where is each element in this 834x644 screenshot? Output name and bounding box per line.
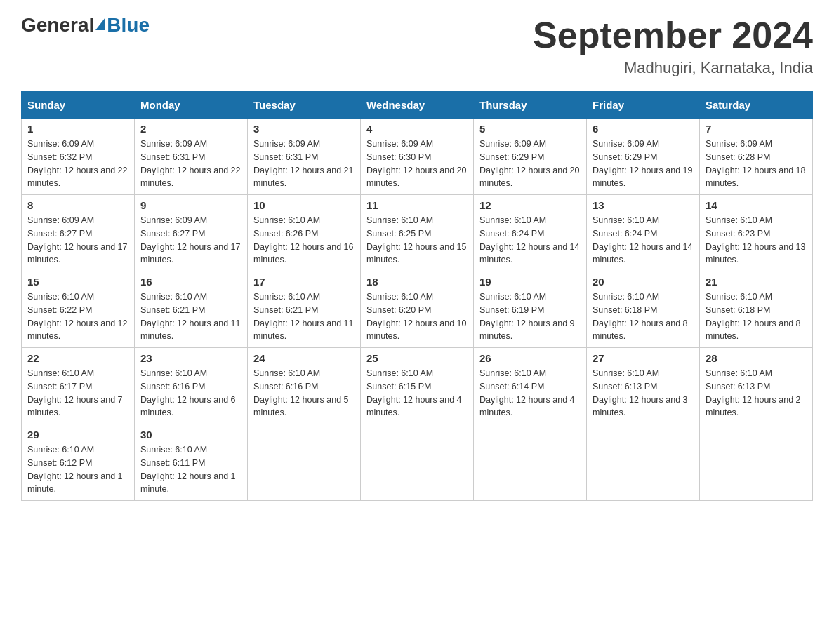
day-number: 9 [140, 199, 241, 211]
calendar-cell: 23Sunrise: 6:10 AMSunset: 6:16 PMDayligh… [135, 348, 248, 424]
calendar-cell: 1Sunrise: 6:09 AMSunset: 6:32 PMDaylight… [22, 119, 135, 195]
day-info: Sunrise: 6:10 AMSunset: 6:13 PMDaylight:… [706, 367, 807, 420]
calendar-cell: 19Sunrise: 6:10 AMSunset: 6:19 PMDayligh… [474, 271, 587, 348]
day-info: Sunrise: 6:09 AMSunset: 6:31 PMDaylight:… [253, 137, 355, 190]
day-info: Sunrise: 6:10 AMSunset: 6:21 PMDaylight:… [140, 290, 241, 343]
day-info: Sunrise: 6:10 AMSunset: 6:20 PMDaylight:… [366, 290, 468, 343]
calendar-cell [248, 424, 361, 501]
calendar-cell: 20Sunrise: 6:10 AMSunset: 6:18 PMDayligh… [587, 271, 700, 348]
day-number: 1 [27, 123, 128, 135]
calendar-cell: 15Sunrise: 6:10 AMSunset: 6:22 PMDayligh… [22, 271, 135, 348]
calendar-cell: 16Sunrise: 6:10 AMSunset: 6:21 PMDayligh… [135, 271, 248, 348]
calendar-subtitle: Madhugiri, Karnataka, India [533, 59, 813, 77]
calendar-cell: 8Sunrise: 6:09 AMSunset: 6:27 PMDaylight… [22, 195, 135, 271]
calendar-cell: 21Sunrise: 6:10 AMSunset: 6:18 PMDayligh… [700, 271, 813, 348]
day-info: Sunrise: 6:10 AMSunset: 6:15 PMDaylight:… [366, 367, 468, 420]
logo-triangle-icon [95, 18, 105, 30]
week-row-3: 15Sunrise: 6:10 AMSunset: 6:22 PMDayligh… [22, 271, 813, 348]
day-info: Sunrise: 6:09 AMSunset: 6:29 PMDaylight:… [593, 137, 694, 190]
calendar-cell: 9Sunrise: 6:09 AMSunset: 6:27 PMDaylight… [135, 195, 248, 271]
day-info: Sunrise: 6:10 AMSunset: 6:18 PMDaylight:… [593, 290, 694, 343]
calendar-cell: 24Sunrise: 6:10 AMSunset: 6:16 PMDayligh… [248, 348, 361, 424]
week-row-4: 22Sunrise: 6:10 AMSunset: 6:17 PMDayligh… [22, 348, 813, 424]
day-number: 10 [253, 199, 355, 211]
header-friday: Friday [587, 92, 700, 119]
day-info: Sunrise: 6:10 AMSunset: 6:22 PMDaylight:… [27, 290, 128, 343]
day-number: 8 [27, 199, 128, 211]
calendar-cell [361, 424, 474, 501]
header-tuesday: Tuesday [248, 92, 361, 119]
day-number: 3 [253, 123, 355, 135]
day-info: Sunrise: 6:10 AMSunset: 6:16 PMDaylight:… [253, 367, 355, 420]
day-number: 14 [706, 199, 807, 211]
day-number: 5 [479, 123, 581, 135]
calendar-cell: 4Sunrise: 6:09 AMSunset: 6:30 PMDaylight… [361, 119, 474, 195]
day-info: Sunrise: 6:10 AMSunset: 6:17 PMDaylight:… [27, 367, 128, 420]
title-area: September 2024 Madhugiri, Karnataka, Ind… [533, 14, 813, 77]
calendar-cell: 27Sunrise: 6:10 AMSunset: 6:13 PMDayligh… [587, 348, 700, 424]
day-info: Sunrise: 6:10 AMSunset: 6:12 PMDaylight:… [27, 443, 128, 496]
day-info: Sunrise: 6:09 AMSunset: 6:32 PMDaylight:… [27, 137, 128, 190]
day-info: Sunrise: 6:10 AMSunset: 6:26 PMDaylight:… [253, 214, 355, 267]
calendar-cell [700, 424, 813, 501]
calendar-cell: 2Sunrise: 6:09 AMSunset: 6:31 PMDaylight… [135, 119, 248, 195]
calendar-header-row: SundayMondayTuesdayWednesdayThursdayFrid… [22, 92, 813, 119]
day-info: Sunrise: 6:10 AMSunset: 6:25 PMDaylight:… [366, 214, 468, 267]
calendar-cell: 25Sunrise: 6:10 AMSunset: 6:15 PMDayligh… [361, 348, 474, 424]
day-number: 20 [593, 276, 694, 288]
day-number: 12 [479, 199, 581, 211]
day-number: 11 [366, 199, 468, 211]
calendar-cell: 12Sunrise: 6:10 AMSunset: 6:24 PMDayligh… [474, 195, 587, 271]
logo-blue-text: Blue [107, 14, 150, 36]
day-info: Sunrise: 6:10 AMSunset: 6:19 PMDaylight:… [479, 290, 581, 343]
day-info: Sunrise: 6:10 AMSunset: 6:24 PMDaylight:… [479, 214, 581, 267]
week-row-2: 8Sunrise: 6:09 AMSunset: 6:27 PMDaylight… [22, 195, 813, 271]
day-number: 23 [140, 352, 241, 364]
day-number: 16 [140, 276, 241, 288]
calendar-cell: 7Sunrise: 6:09 AMSunset: 6:28 PMDaylight… [700, 119, 813, 195]
calendar-title: September 2024 [533, 14, 813, 56]
logo-area: General Blue [21, 14, 150, 36]
calendar-cell: 14Sunrise: 6:10 AMSunset: 6:23 PMDayligh… [700, 195, 813, 271]
logo: General Blue [21, 14, 150, 36]
week-row-1: 1Sunrise: 6:09 AMSunset: 6:32 PMDaylight… [22, 119, 813, 195]
day-number: 15 [27, 276, 128, 288]
calendar-cell: 22Sunrise: 6:10 AMSunset: 6:17 PMDayligh… [22, 348, 135, 424]
calendar-cell: 26Sunrise: 6:10 AMSunset: 6:14 PMDayligh… [474, 348, 587, 424]
day-number: 25 [366, 352, 468, 364]
day-number: 29 [27, 429, 128, 441]
day-number: 26 [479, 352, 581, 364]
day-info: Sunrise: 6:09 AMSunset: 6:27 PMDaylight:… [140, 214, 241, 267]
day-info: Sunrise: 6:09 AMSunset: 6:31 PMDaylight:… [140, 137, 241, 190]
day-number: 27 [593, 352, 694, 364]
day-number: 21 [706, 276, 807, 288]
calendar-cell: 28Sunrise: 6:10 AMSunset: 6:13 PMDayligh… [700, 348, 813, 424]
day-number: 7 [706, 123, 807, 135]
day-number: 30 [140, 429, 241, 441]
calendar-cell [474, 424, 587, 501]
day-info: Sunrise: 6:10 AMSunset: 6:11 PMDaylight:… [140, 443, 241, 496]
day-info: Sunrise: 6:09 AMSunset: 6:27 PMDaylight:… [27, 214, 128, 267]
calendar-cell: 18Sunrise: 6:10 AMSunset: 6:20 PMDayligh… [361, 271, 474, 348]
day-number: 28 [706, 352, 807, 364]
calendar-cell: 17Sunrise: 6:10 AMSunset: 6:21 PMDayligh… [248, 271, 361, 348]
header-wednesday: Wednesday [361, 92, 474, 119]
day-info: Sunrise: 6:10 AMSunset: 6:16 PMDaylight:… [140, 367, 241, 420]
day-info: Sunrise: 6:10 AMSunset: 6:18 PMDaylight:… [706, 290, 807, 343]
header-monday: Monday [135, 92, 248, 119]
day-number: 2 [140, 123, 241, 135]
calendar-cell: 13Sunrise: 6:10 AMSunset: 6:24 PMDayligh… [587, 195, 700, 271]
calendar-cell: 29Sunrise: 6:10 AMSunset: 6:12 PMDayligh… [22, 424, 135, 501]
day-info: Sunrise: 6:09 AMSunset: 6:28 PMDaylight:… [706, 137, 807, 190]
calendar-table: SundayMondayTuesdayWednesdayThursdayFrid… [21, 91, 813, 501]
day-number: 22 [27, 352, 128, 364]
calendar-cell: 5Sunrise: 6:09 AMSunset: 6:29 PMDaylight… [474, 119, 587, 195]
day-number: 4 [366, 123, 468, 135]
day-number: 17 [253, 276, 355, 288]
header: General Blue September 2024 Madhugiri, K… [21, 14, 813, 77]
logo-general-text: General [21, 14, 94, 36]
day-info: Sunrise: 6:10 AMSunset: 6:21 PMDaylight:… [253, 290, 355, 343]
day-number: 24 [253, 352, 355, 364]
day-info: Sunrise: 6:10 AMSunset: 6:24 PMDaylight:… [593, 214, 694, 267]
calendar-cell [587, 424, 700, 501]
